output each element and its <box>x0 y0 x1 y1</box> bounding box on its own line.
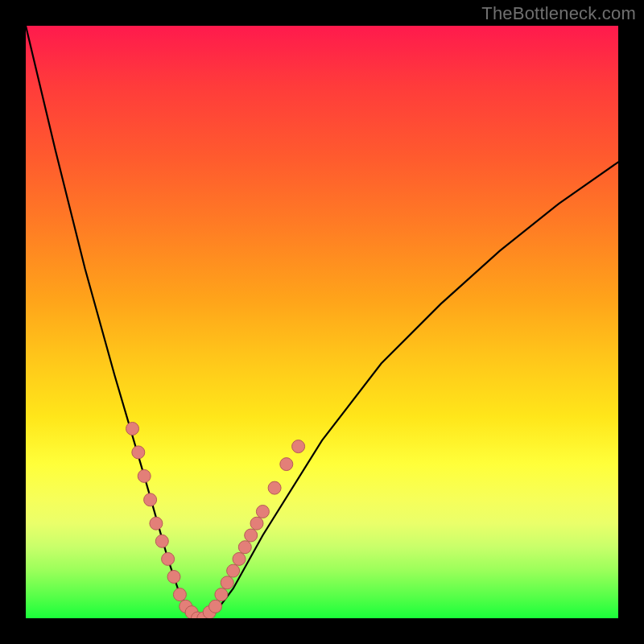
marker-dot <box>227 564 240 577</box>
marker-dot <box>250 517 263 530</box>
chart-frame: TheBottleneck.com <box>0 0 644 644</box>
curve-svg <box>26 26 618 618</box>
watermark-label: TheBottleneck.com <box>481 3 636 24</box>
plot-area <box>26 26 618 618</box>
marker-dot <box>126 423 139 436</box>
marker-dot <box>292 440 305 453</box>
marker-dot <box>256 506 269 518</box>
marker-dot <box>150 517 163 530</box>
marker-dot <box>215 588 228 601</box>
marker-dot <box>155 535 168 547</box>
marker-dot <box>167 571 180 584</box>
curve-group <box>26 26 618 618</box>
bottleneck-curve <box>26 26 618 618</box>
marker-dot <box>233 552 246 565</box>
marker-dot <box>245 529 258 542</box>
marker-dot <box>144 493 157 506</box>
marker-dot <box>221 576 233 589</box>
marker-dot <box>132 446 145 459</box>
marker-group <box>126 423 305 619</box>
marker-dot <box>138 469 151 482</box>
marker-dot <box>209 600 222 613</box>
marker-dot <box>268 481 281 494</box>
marker-dot <box>280 458 293 471</box>
marker-dot <box>173 588 186 601</box>
marker-dot <box>162 552 175 565</box>
marker-dot <box>238 541 251 554</box>
